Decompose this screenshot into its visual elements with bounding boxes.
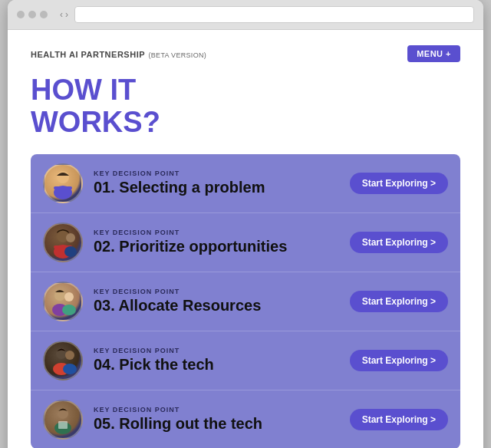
heading-line2: WORKS? [31,106,160,138]
explore-button-4[interactable]: Start Exploring > [350,350,448,371]
avatar-2 [43,222,83,262]
explore-button-5[interactable]: Start Exploring > [350,409,448,430]
browser-chrome: ‹ › [8,0,483,30]
svg-point-10 [64,292,74,301]
browser-window: ‹ › HEALTH AI PARTNERSHIP (BETA VERSION)… [8,0,483,448]
decision-label-3: KEY DECISION POINT [94,288,339,295]
traffic-dot-red [17,11,25,18]
card-title-2: 02. Prioritize opportunities [94,238,339,255]
card-text-4: KEY DECISION POINT 04. Pick the tech [94,347,339,374]
back-arrow-icon[interactable]: ‹ [60,9,63,20]
avatar-illustration-3 [46,285,80,318]
traffic-dot-yellow [28,11,36,18]
svg-point-6 [66,233,75,242]
card-text-2: KEY DECISION POINT 02. Prioritize opport… [94,229,339,255]
card-item-3: KEY DECISION POINT 03. Allocate Resource… [31,272,460,331]
card-title-1: 01. Selecting a problem [94,179,339,196]
card-text-3: KEY DECISION POINT 03. Allocate Resource… [94,288,339,315]
svg-rect-18 [58,421,68,429]
svg-point-7 [64,246,77,257]
site-title: HEALTH AI PARTNERSHIP (BETA VERSION) [31,47,206,61]
card-item-1: KEY DECISION POINT 01. Selecting a probl… [31,154,460,213]
avatar-5 [43,400,83,440]
beta-label: (BETA VERSION) [148,51,206,59]
svg-point-15 [63,364,77,374]
card-title-5: 05. Rolling out the tech [94,415,339,433]
svg-point-11 [62,305,76,315]
menu-button[interactable]: MENU + [407,45,460,62]
avatar-illustration-1 [46,166,80,200]
avatar-4 [43,341,83,380]
avatar-3 [43,282,83,321]
page-content: HEALTH AI PARTNERSHIP (BETA VERSION) MEN… [8,30,483,448]
site-title-text: HEALTH AI PARTNERSHIP [31,50,145,59]
avatar-1 [43,163,83,203]
card-item-2: KEY DECISION POINT 02. Prioritize opport… [31,213,460,272]
card-title-4: 04. Pick the tech [94,356,339,374]
card-title-3: 03. Allocate Resources [94,297,339,315]
explore-button-3[interactable]: Start Exploring > [350,291,448,312]
page-heading: HOW IT WORKS? [31,74,460,139]
card-item-5: KEY DECISION POINT 05. Rolling out the t… [31,390,460,448]
heading-line1: HOW IT [31,74,136,106]
avatar-illustration-4 [46,344,80,377]
decision-label-5: KEY DECISION POINT [94,406,339,413]
decision-label-2: KEY DECISION POINT [94,229,339,236]
traffic-dot-green [40,11,48,18]
svg-rect-2 [54,186,72,189]
avatar-illustration-2 [46,226,80,259]
card-text-1: KEY DECISION POINT 01. Selecting a probl… [94,170,339,196]
site-header: HEALTH AI PARTNERSHIP (BETA VERSION) MEN… [31,45,460,62]
address-bar[interactable] [74,6,474,23]
avatar-illustration-5 [46,403,80,436]
forward-arrow-icon[interactable]: › [65,9,68,20]
card-text-5: KEY DECISION POINT 05. Rolling out the t… [94,406,339,433]
svg-point-14 [65,351,74,360]
explore-button-2[interactable]: Start Exploring > [350,232,448,253]
cards-container: KEY DECISION POINT 01. Selecting a probl… [31,154,460,448]
card-item-4: KEY DECISION POINT 04. Pick the tech Sta… [31,331,460,390]
traffic-lights [17,11,48,18]
explore-button-1[interactable]: Start Exploring > [350,173,448,194]
decision-label-1: KEY DECISION POINT [94,170,339,177]
decision-label-4: KEY DECISION POINT [94,347,339,354]
nav-arrows: ‹ › [60,9,68,20]
